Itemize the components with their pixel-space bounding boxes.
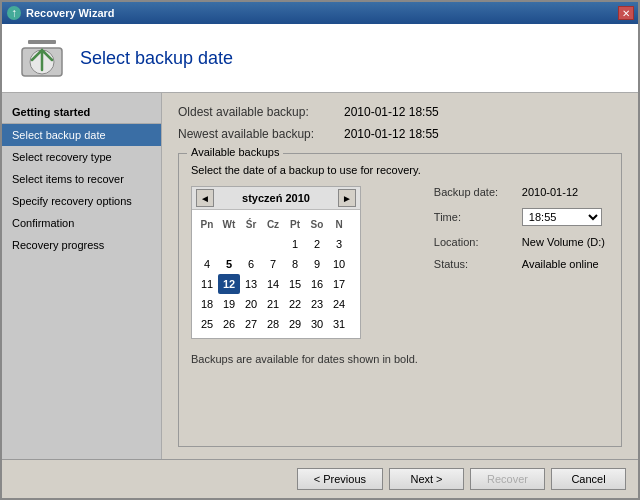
cal-day-29[interactable]: 29	[284, 314, 306, 334]
wizard-icon: ↑	[6, 5, 22, 21]
close-button[interactable]: ✕	[618, 6, 634, 20]
cal-empty	[262, 234, 284, 254]
cal-day-12[interactable]: 12	[218, 274, 240, 294]
newest-backup-value: 2010-01-12 18:55	[344, 127, 439, 141]
backup-details: Backup date: 2010-01-12 Time: 18:55 Loca…	[434, 186, 609, 365]
cal-day-27[interactable]: 27	[240, 314, 262, 334]
backup-date-label: Backup date:	[434, 186, 514, 198]
page-title: Select backup date	[80, 48, 233, 69]
cal-day-1[interactable]: 1	[284, 234, 306, 254]
calendar-next-button[interactable]: ►	[338, 189, 356, 207]
cal-day-17[interactable]: 17	[328, 274, 350, 294]
cal-day-28[interactable]: 28	[262, 314, 284, 334]
previous-button[interactable]: < Previous	[297, 468, 383, 490]
cal-day-8[interactable]: 8	[284, 254, 306, 274]
cal-day-2[interactable]: 2	[306, 234, 328, 254]
cal-day-11[interactable]: 11	[196, 274, 218, 294]
cal-day-10[interactable]: 10	[328, 254, 350, 274]
day-header-wt: Wt	[218, 214, 240, 234]
newest-backup-row: Newest available backup: 2010-01-12 18:5…	[178, 127, 622, 141]
footer: < Previous Next > Recover Cancel	[2, 459, 638, 498]
cal-day-19[interactable]: 19	[218, 294, 240, 314]
day-header-so: So	[306, 214, 328, 234]
status-value: Available online	[522, 258, 599, 270]
backup-area: ◄ styczeń 2010 ► Pn Wt Śr Cz	[191, 186, 609, 365]
cal-day-23[interactable]: 23	[306, 294, 328, 314]
backup-date-row: Backup date: 2010-01-12	[434, 186, 609, 198]
time-select[interactable]: 18:55	[522, 208, 602, 226]
title-bar-left: ↑ Recovery Wizard	[6, 5, 115, 21]
title-bar: ↑ Recovery Wizard ✕	[2, 2, 638, 24]
oldest-backup-label: Oldest available backup:	[178, 105, 338, 119]
cal-day-5[interactable]: 5	[218, 254, 240, 274]
cal-day-18[interactable]: 18	[196, 294, 218, 314]
available-backups-group: Available backups Select the date of a b…	[178, 153, 622, 447]
location-label: Location:	[434, 236, 514, 248]
sidebar-item-select-backup-date[interactable]: Select backup date	[2, 124, 161, 146]
cal-day-16[interactable]: 16	[306, 274, 328, 294]
sidebar-item-select-items[interactable]: Select items to recover	[2, 168, 161, 190]
cal-empty	[240, 234, 262, 254]
backup-date-value: 2010-01-12	[522, 186, 578, 198]
status-row: Status: Available online	[434, 258, 609, 270]
status-label: Status:	[434, 258, 514, 270]
calendar-week-1: 1 2 3	[196, 234, 356, 254]
calendar-month: styczeń 2010	[242, 192, 310, 204]
day-header-pn: Pn	[196, 214, 218, 234]
day-header-pt: Pt	[284, 214, 306, 234]
cal-day-24[interactable]: 24	[328, 294, 350, 314]
cancel-button[interactable]: Cancel	[551, 468, 626, 490]
calendar-week-2: 4 5 6 7 8 9 10	[196, 254, 356, 274]
cal-day-9[interactable]: 9	[306, 254, 328, 274]
cal-day-25[interactable]: 25	[196, 314, 218, 334]
bold-note: Backups are available for dates shown in…	[191, 353, 418, 365]
group-title: Available backups	[187, 146, 283, 158]
cal-day-13[interactable]: 13	[240, 274, 262, 294]
sidebar-item-confirmation[interactable]: Confirmation	[2, 212, 161, 234]
cal-day-30[interactable]: 30	[306, 314, 328, 334]
cal-day-4[interactable]: 4	[196, 254, 218, 274]
sidebar-item-select-recovery-type[interactable]: Select recovery type	[2, 146, 161, 168]
next-button[interactable]: Next >	[389, 468, 464, 490]
header-icon	[18, 34, 66, 82]
newest-backup-label: Newest available backup:	[178, 127, 338, 141]
sidebar-item-recovery-progress[interactable]: Recovery progress	[2, 234, 161, 256]
cal-day-21[interactable]: 21	[262, 294, 284, 314]
sidebar: Getting started Select backup date Selec…	[2, 93, 162, 459]
main-content: Oldest available backup: 2010-01-12 18:5…	[162, 93, 638, 459]
day-header-n: N	[328, 214, 350, 234]
cal-day-20[interactable]: 20	[240, 294, 262, 314]
cal-day-6[interactable]: 6	[240, 254, 262, 274]
sidebar-item-specify-recovery[interactable]: Specify recovery options	[2, 190, 161, 212]
page-header: Select backup date	[2, 24, 638, 93]
cal-day-7[interactable]: 7	[262, 254, 284, 274]
day-header-cz: Cz	[262, 214, 284, 234]
recovery-wizard-window: ↑ Recovery Wizard ✕ Select backup date G…	[0, 0, 640, 500]
calendar-week-4: 18 19 20 21 22 23 24	[196, 294, 356, 314]
calendar-header: ◄ styczeń 2010 ►	[192, 187, 360, 210]
window-title: Recovery Wizard	[26, 7, 115, 19]
cal-day-3[interactable]: 3	[328, 234, 350, 254]
group-description: Select the date of a backup to use for r…	[191, 164, 609, 176]
cal-day-14[interactable]: 14	[262, 274, 284, 294]
location-value: New Volume (D:)	[522, 236, 605, 248]
cal-empty	[218, 234, 240, 254]
calendar-prev-button[interactable]: ◄	[196, 189, 214, 207]
day-header-sr: Śr	[240, 214, 262, 234]
svg-text:↑: ↑	[11, 6, 17, 20]
cal-day-31[interactable]: 31	[328, 314, 350, 334]
calendar-grid: Pn Wt Śr Cz Pt So N	[192, 210, 360, 338]
cal-empty	[196, 234, 218, 254]
oldest-backup-value: 2010-01-12 18:55	[344, 105, 439, 119]
calendar-week-3: 11 12 13 14 15 16 17	[196, 274, 356, 294]
calendar-day-headers: Pn Wt Śr Cz Pt So N	[196, 214, 356, 234]
cal-day-22[interactable]: 22	[284, 294, 306, 314]
content-area: Getting started Select backup date Selec…	[2, 93, 638, 459]
location-row: Location: New Volume (D:)	[434, 236, 609, 248]
oldest-backup-row: Oldest available backup: 2010-01-12 18:5…	[178, 105, 622, 119]
time-label: Time:	[434, 211, 514, 223]
calendar-week-5: 25 26 27 28 29 30 31	[196, 314, 356, 334]
cal-day-26[interactable]: 26	[218, 314, 240, 334]
cal-day-15[interactable]: 15	[284, 274, 306, 294]
recover-button[interactable]: Recover	[470, 468, 545, 490]
